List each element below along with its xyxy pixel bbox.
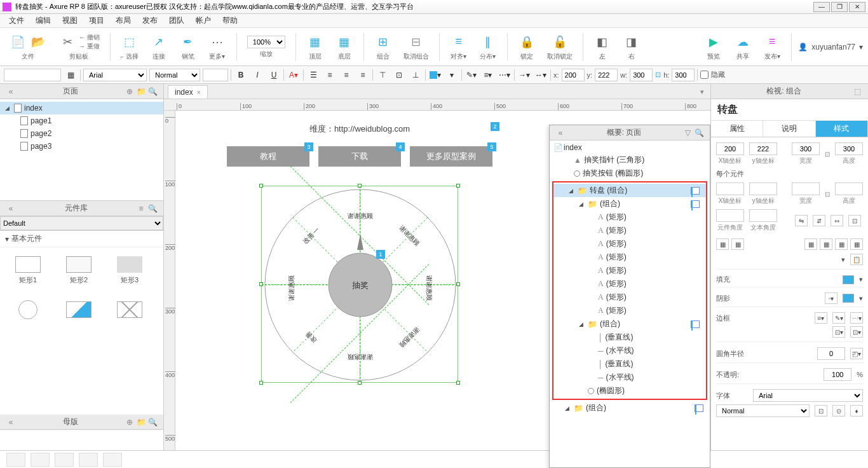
outline-item[interactable]: A(矩形) (553, 264, 706, 277)
tool-align[interactable]: ≡对齐▾ (446, 32, 471, 62)
tab-props[interactable]: 属性 (711, 121, 763, 137)
taskbar-item[interactable] (79, 453, 98, 467)
tab-style[interactable]: 样式 (816, 121, 868, 137)
tool-more[interactable]: ⋯更多▾ (205, 32, 230, 62)
close-button[interactable]: ✕ (849, 2, 865, 12)
collapse-icon[interactable]: « (5, 418, 17, 427)
outline-root[interactable]: 📄index (550, 142, 710, 153)
arrow2-btn[interactable]: ↔▾ (534, 69, 548, 81)
each-x[interactable] (716, 182, 744, 195)
btn-download[interactable]: 下载4 (318, 146, 401, 167)
wheel-selection[interactable]: 抽奖 谢谢惠顾 谢谢惠顾 谢谢惠顾 谢谢惠顾 谢谢惠顾 改善 谢谢惠顾 改善一 (261, 186, 458, 383)
lib-menu-icon[interactable]: ≡ (135, 204, 147, 213)
weight-select[interactable]: Normal (149, 69, 200, 81)
tool-publish[interactable]: ≡发布▾ (759, 32, 785, 62)
outer-shadow-btn[interactable]: ▫▾ (825, 292, 837, 304)
fill-swatch[interactable] (843, 275, 854, 284)
insp-font-select[interactable]: Arial (753, 389, 863, 402)
underline-btn[interactable]: U (267, 69, 281, 81)
note-badge-4[interactable]: 4 (396, 142, 405, 151)
arrow-btn[interactable]: →▾ (517, 69, 531, 81)
fill-btn[interactable]: ▦ (64, 69, 78, 81)
bullets-btn[interactable]: ☰ (306, 69, 320, 81)
outline-item[interactable]: ▲抽奖指针 (三角形) (550, 153, 710, 167)
text-color-btn[interactable]: A▾ (287, 69, 301, 81)
collapse-icon[interactable]: « (5, 87, 17, 96)
tool-left[interactable]: ◧左 (590, 32, 615, 62)
expand-icon[interactable]: ⬚ (851, 87, 863, 96)
tab-index[interactable]: index× (168, 85, 208, 99)
autosize-btn[interactable]: ⇔ (831, 215, 843, 226)
align-center-btn[interactable]: ≡ (339, 69, 353, 81)
page-item-page2[interactable]: page2 (0, 127, 163, 140)
page-item-page3[interactable]: page3 (0, 140, 163, 153)
taskbar-item[interactable] (103, 453, 122, 467)
outline-item[interactable]: ◢📁转盘 (组合) (553, 184, 706, 197)
y-input[interactable] (595, 69, 618, 81)
add-folder-icon[interactable]: 📁 (135, 418, 147, 427)
taskbar-item[interactable] (6, 453, 25, 467)
collapse-icon[interactable]: « (5, 204, 17, 213)
x-input[interactable] (562, 69, 585, 81)
lib-section-basic[interactable]: ▾基本元件 (0, 231, 163, 247)
widget-name-input[interactable] (4, 69, 61, 81)
flip-h-btn[interactable]: ⇋ (795, 215, 808, 226)
tool-distribute[interactable]: ‖分布▾ (475, 32, 501, 62)
shadow-btn[interactable]: ▾ (445, 69, 459, 81)
align-left-btn[interactable]: ≡ (323, 69, 337, 81)
insp-x[interactable] (716, 142, 744, 155)
outline-item[interactable]: (椭圆形) (553, 384, 706, 397)
tool-preview[interactable]: ▶预览 (701, 32, 726, 62)
widget-angle[interactable] (716, 209, 744, 222)
autofit-btn[interactable]: ⊡ (848, 215, 861, 226)
menu-project[interactable]: 项目 (84, 14, 109, 27)
tool-select[interactable]: ⬚⌐ 选择 (117, 32, 142, 62)
add-folder-icon[interactable]: 📁 (135, 87, 147, 96)
canvas[interactable]: 维度：http://weidublog.com2 教程3 下载4 更多原型案例5 (175, 111, 710, 468)
menu-publish[interactable]: 发布 (137, 14, 163, 27)
tool-clipboard[interactable]: ✂← 撤销→ 重做剪贴板 (55, 32, 104, 62)
tool-group[interactable]: ⊞组合 (370, 32, 396, 62)
tool-ungroup[interactable]: ⊟取消组合 (400, 32, 433, 62)
minimize-button[interactable]: — (813, 2, 830, 12)
add-page-icon[interactable]: ⊕ (124, 87, 135, 96)
widget-placeholder[interactable] (105, 292, 154, 330)
menu-help[interactable]: 帮助 (217, 14, 243, 27)
size-input[interactable] (203, 69, 228, 81)
tool-file[interactable]: 📄📂文件 (5, 32, 51, 62)
outline-item[interactable]: A(矩形) (553, 251, 706, 264)
menu-layout[interactable]: 布局 (111, 14, 136, 27)
tool-zoom[interactable]: 100%缩放 (243, 34, 289, 60)
outline-item[interactable]: A(矩形) (553, 210, 706, 224)
menu-edit[interactable]: 编辑 (31, 14, 56, 27)
search-icon[interactable]: 🔍 (147, 204, 158, 213)
outline-item[interactable]: ◢📁(组合) (553, 197, 706, 210)
widget-rect2[interactable]: 矩形2 (55, 251, 103, 289)
border-color-btn[interactable]: ✎▾ (832, 312, 845, 324)
tab-notes[interactable]: 说明 (763, 121, 815, 137)
maximize-button[interactable]: ❐ (831, 2, 848, 12)
add-master-icon[interactable]: ⊕ (124, 418, 135, 427)
outline-item[interactable]: ◢📁(组合) (553, 317, 706, 331)
user-menu[interactable]: 👤 xuyuanfan77 ▾ (798, 43, 863, 52)
corner-sides-btn[interactable]: ◰▾ (850, 348, 863, 359)
widget-ellipse[interactable] (4, 292, 52, 330)
close-icon[interactable]: × (197, 89, 201, 96)
copy-style-btn[interactable]: 📋 (850, 254, 863, 265)
widget-image[interactable] (55, 292, 103, 330)
flip-v-btn[interactable]: ⇵ (813, 215, 825, 226)
tool-pen[interactable]: ✒钢笔 (175, 32, 201, 62)
search-icon[interactable]: 🔍 (147, 418, 158, 427)
taskbar-item[interactable] (55, 453, 74, 467)
search-icon[interactable]: 🔍 (693, 128, 705, 137)
shadow-swatch[interactable] (843, 294, 854, 303)
widget-rect3[interactable]: 矩形3 (105, 251, 154, 289)
note-badge-1[interactable]: 1 (376, 250, 385, 259)
menu-view[interactable]: 视图 (57, 14, 83, 27)
outline-item[interactable]: A(矩形) (553, 304, 706, 317)
widget-rect1[interactable]: 矩形1 (4, 251, 52, 289)
hidden-checkbox[interactable] (700, 71, 709, 79)
insp-w[interactable] (792, 142, 820, 155)
align-right-btn[interactable]: ≡ (356, 69, 370, 81)
outline-item[interactable]: A(矩形) (553, 237, 706, 251)
